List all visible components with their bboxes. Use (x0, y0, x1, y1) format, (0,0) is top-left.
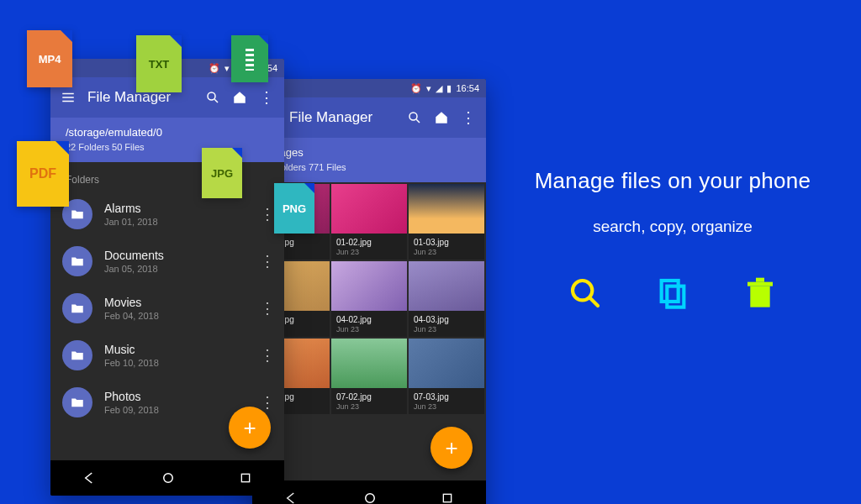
breadcrumb-subheader: Images 0 Folders 771 Files (252, 138, 486, 182)
folder-item[interactable]: AlarmsJan 01, 2018 ⋮ (50, 191, 284, 238)
filetype-badge-mp4: MP4 (27, 30, 72, 87)
wifi-icon: ▾ (224, 63, 230, 74)
svg-rect-14 (242, 474, 250, 481)
svg-point-11 (208, 92, 215, 100)
folder-item[interactable]: MusicFeb 10, 2018 ⋮ (50, 332, 284, 379)
svg-rect-2 (662, 281, 679, 302)
folder-name: Music (104, 343, 259, 356)
promo-heading: Manage files on your phone (504, 168, 841, 194)
item-overflow-icon[interactable]: ⋮ (259, 299, 276, 318)
recents-nav-icon[interactable] (441, 491, 454, 504)
image-tile[interactable]: 01-02.jpgJun 23 (331, 184, 407, 260)
trash-icon (743, 276, 777, 310)
promo-icons-row (504, 276, 841, 310)
alarm-icon: ⏰ (410, 83, 422, 94)
image-tile[interactable]: 07-02.jpgJun 23 (331, 339, 407, 414)
image-tile[interactable]: 04-03.jpgJun 23 (409, 261, 484, 337)
filetype-badge-txt: TXT (136, 35, 182, 92)
search-icon[interactable] (205, 90, 220, 105)
folder-icon (62, 340, 92, 370)
home-icon[interactable] (434, 110, 449, 125)
image-tile[interactable]: 01-03.jpgJun 23 (409, 184, 484, 260)
folder-name: Documents (104, 249, 259, 262)
phone-screenshot-images: ⏰ ▾ ◢ ▮ 16:54 File Manager ⋮ Images 0 Fo… (252, 79, 486, 504)
folder-icon (62, 387, 92, 417)
promo-subheading: search, copy, organize (504, 218, 841, 236)
svg-rect-4 (750, 286, 769, 307)
svg-rect-6 (756, 278, 764, 282)
folder-name: Photos (104, 390, 259, 403)
android-navbar (252, 480, 486, 504)
folder-date: Jan 01, 2018 (104, 217, 259, 227)
image-tile[interactable]: 07-03.jpgJun 23 (409, 339, 484, 414)
svg-point-13 (164, 474, 173, 483)
folder-counts: 0 Folders 771 Files (267, 162, 471, 172)
breadcrumb-path: /storage/emulated/0 (66, 126, 269, 139)
folder-icon (62, 246, 92, 276)
search-icon[interactable] (407, 110, 422, 125)
svg-line-1 (589, 297, 598, 306)
folder-list: AlarmsJan 01, 2018 ⋮ DocumentsJan 05, 20… (50, 191, 284, 426)
folder-date: Feb 04, 2018 (104, 311, 259, 321)
svg-rect-3 (667, 286, 684, 307)
item-overflow-icon[interactable]: ⋮ (259, 252, 276, 270)
signal-icon: ◢ (436, 83, 442, 94)
back-nav-icon[interactable] (284, 491, 299, 504)
app-bar: File Manager ⋮ (252, 97, 486, 138)
filetype-badge-png: PNG (274, 183, 314, 234)
home-nav-icon[interactable] (362, 491, 378, 504)
folder-item[interactable]: MoviesFeb 04, 2018 ⋮ (50, 285, 284, 332)
wifi-icon: ▾ (426, 83, 431, 94)
breadcrumb-subheader: /storage/emulated/0 22 Folders 50 Files (50, 118, 284, 162)
filetype-badge-pdf: PDF (17, 141, 69, 207)
hamburger-icon[interactable] (61, 90, 76, 105)
svg-rect-10 (444, 494, 452, 501)
recents-nav-icon[interactable] (239, 471, 252, 485)
folder-name: Movies (104, 296, 259, 309)
svg-rect-5 (747, 282, 773, 286)
overflow-icon[interactable]: ⋮ (461, 108, 476, 127)
folder-date: Feb 10, 2018 (104, 358, 259, 368)
svg-line-8 (416, 119, 420, 123)
battery-icon: ▮ (446, 83, 452, 94)
filetype-badge-zip (231, 35, 268, 82)
home-icon[interactable] (232, 90, 247, 105)
folder-name: Alarms (104, 202, 259, 215)
app-title: File Manager (289, 109, 395, 126)
folder-icon (62, 293, 92, 323)
section-label: Folders (50, 162, 284, 191)
alarm-icon: ⏰ (209, 63, 220, 74)
item-overflow-icon[interactable]: ⋮ (259, 205, 276, 223)
promo-panel: Manage files on your phone search, copy,… (504, 168, 841, 310)
fab-add-button[interactable]: + (430, 427, 473, 469)
status-time: 16:54 (456, 83, 479, 93)
breadcrumb-path: Images (267, 146, 471, 159)
phone-screenshot-folders: ⏰ ▾ ◢ ▮ 16:54 File Manager ⋮ /storage/em… (50, 59, 284, 496)
android-navbar (50, 460, 284, 496)
image-tile[interactable]: 04-02.jpgJun 23 (331, 261, 407, 337)
svg-point-9 (366, 494, 375, 503)
copy-icon (656, 276, 689, 310)
item-overflow-icon[interactable]: ⋮ (259, 393, 276, 412)
filetype-badge-jpg: JPG (202, 148, 242, 198)
back-nav-icon[interactable] (82, 470, 98, 486)
overflow-icon[interactable]: ⋮ (259, 88, 274, 107)
search-icon (568, 276, 602, 310)
folder-item[interactable]: DocumentsJan 05, 2018 ⋮ (50, 238, 284, 285)
home-nav-icon[interactable] (161, 470, 176, 486)
status-bar: ⏰ ▾ ◢ ▮ 16:54 (252, 79, 486, 97)
fab-add-button[interactable]: + (229, 407, 271, 449)
svg-point-7 (409, 113, 417, 120)
item-overflow-icon[interactable]: ⋮ (259, 346, 276, 365)
svg-line-12 (214, 99, 218, 102)
folder-date: Jan 05, 2018 (104, 264, 259, 274)
